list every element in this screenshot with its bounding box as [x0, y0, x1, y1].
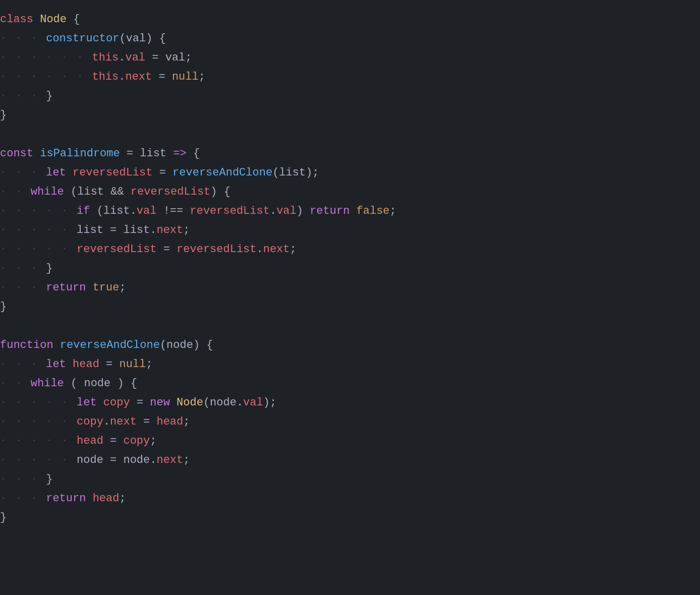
token-next-2: next [263, 241, 290, 258]
code-line-14: · · · } [0, 259, 700, 278]
token-copy-1: copy [103, 394, 130, 411]
indent-18: · · · [0, 470, 46, 488]
token-copy-3: copy [123, 432, 150, 450]
code-line-23: · · · · · head = copy; [0, 432, 700, 451]
token-val-param: val [165, 49, 186, 67]
token-let-3: let [77, 394, 97, 411]
token-head-2: head [156, 413, 183, 431]
token-next-1: next [156, 221, 183, 239]
token-prop-next: next [125, 68, 152, 86]
code-line-20: · · while ( node ) { [0, 374, 700, 393]
code-line-2: · · · constructor(val) { [0, 29, 700, 48]
token-head-1: head [73, 355, 99, 373]
indent-16: · · · · · [0, 432, 77, 450]
code-line-19: · · · let head = null; [0, 355, 700, 374]
token-false: false [357, 202, 390, 220]
token-node-4: node [123, 451, 150, 469]
code-line-22: · · · · · copy.next = head; [0, 412, 700, 432]
indent-8: · · · · · [0, 221, 77, 239]
token-list-param: list [140, 145, 166, 162]
token-close-brace-5: } [46, 470, 52, 488]
token-let-1: let [46, 164, 66, 182]
token-arrow: => [173, 145, 186, 162]
token-reversedlist-4: reversedList [177, 241, 256, 258]
indent-1: · · · [0, 30, 46, 47]
token-new: new [150, 394, 170, 411]
code-editor: class Node { · · · constructor(val) { · … [0, 0, 700, 538]
code-line-17 [0, 317, 700, 336]
token-true: true [93, 279, 120, 296]
token-while-2: while [31, 375, 64, 392]
token-close-brace-3: } [46, 260, 52, 277]
token-close-brace-4: } [0, 298, 7, 316]
token-this-1: this [92, 49, 119, 67]
code-line-27: } [0, 508, 700, 527]
token-return-3: return [46, 490, 86, 507]
token-null-1: null [172, 68, 199, 86]
token-close-brace-1: } [46, 87, 52, 105]
token-function-keyword: function [0, 336, 53, 354]
code-line-5: · · · } [0, 87, 700, 106]
token-brace: { [73, 11, 80, 28]
token-ispalindrome: isPalindrome [40, 145, 120, 162]
code-line-11: · · · · · if (list.val !== reversedList.… [0, 202, 700, 221]
indent-9: · · · · · [0, 241, 77, 258]
token-next-4: next [156, 451, 183, 469]
code-line-10: · · while (list && reversedList) { [0, 183, 700, 202]
token-prop-val: val [125, 49, 145, 67]
token-let-2: let [46, 355, 66, 373]
code-line-16: } [0, 298, 700, 317]
token-reversedlist-2: reversedList [131, 183, 210, 201]
indent-14: · · · · · [0, 394, 77, 411]
token-head-3: head [77, 432, 103, 450]
code-line-6: } [0, 106, 700, 125]
token-val-prop-1: val [137, 202, 157, 220]
token-this-2: this [92, 68, 119, 86]
indent-6: · · [0, 183, 31, 201]
code-line-4: · · · · · · this.next = null; [0, 68, 700, 87]
code-line-1: class Node { [0, 10, 700, 29]
indent-3: · · · · · · [0, 68, 92, 86]
code-line-13: · · · · · reversedList = reversedList.ne… [0, 240, 700, 259]
code-line-15: · · · return true; [0, 278, 700, 298]
indent-11: · · · [0, 279, 46, 296]
token-while-1: while [31, 183, 64, 201]
token-class-keyword: class [0, 11, 33, 28]
indent-15: · · · · · [0, 413, 77, 431]
token-return-1: return [310, 202, 349, 220]
token-next-3: next [110, 413, 137, 431]
indent-12: · · · [0, 355, 46, 373]
token-node-1: node [84, 375, 110, 392]
token-reversedlist-val: reversedList [190, 202, 269, 220]
token-head-4: head [93, 490, 120, 507]
code-line-24: · · · · · node = node.next; [0, 451, 700, 470]
token-reversedlist: reversedList [73, 164, 152, 182]
token-reversedlist-3: reversedList [77, 241, 156, 258]
indent-2: · · · · · · [0, 49, 92, 67]
token-reverseandclone-call: reverseAndClone [172, 164, 272, 182]
code-line-3: · · · · · · this.val = val; [0, 48, 700, 68]
token-node-2: node [210, 394, 237, 411]
token-list-3: list [123, 221, 150, 239]
token-close-brace-2: } [0, 106, 7, 124]
token-class-name: Node [40, 11, 67, 28]
token-list-arg: list [279, 164, 306, 182]
token-node-param: node [166, 336, 193, 354]
token-list-val-1: list [103, 202, 130, 220]
token-null-2: null [119, 355, 146, 373]
code-line-25: · · · } [0, 470, 700, 489]
token-copy-2: copy [77, 413, 103, 431]
token-close-brace-6: } [0, 509, 7, 526]
indent-17: · · · · · [0, 451, 77, 469]
token-param-val: val [126, 30, 146, 47]
token-list-1: list [77, 183, 104, 201]
code-line-18: function reverseAndClone(node) { [0, 336, 700, 355]
indent-13: · · [0, 375, 31, 392]
token-reverseandclone-def: reverseAndClone [60, 336, 160, 354]
token-return-2: return [46, 279, 86, 296]
token-if: if [77, 202, 90, 220]
token-node-class: Node [177, 394, 203, 411]
code-line-12: · · · · · list = list.next; [0, 221, 700, 240]
indent-4: · · · [0, 87, 46, 105]
token-node-3: node [77, 451, 103, 469]
